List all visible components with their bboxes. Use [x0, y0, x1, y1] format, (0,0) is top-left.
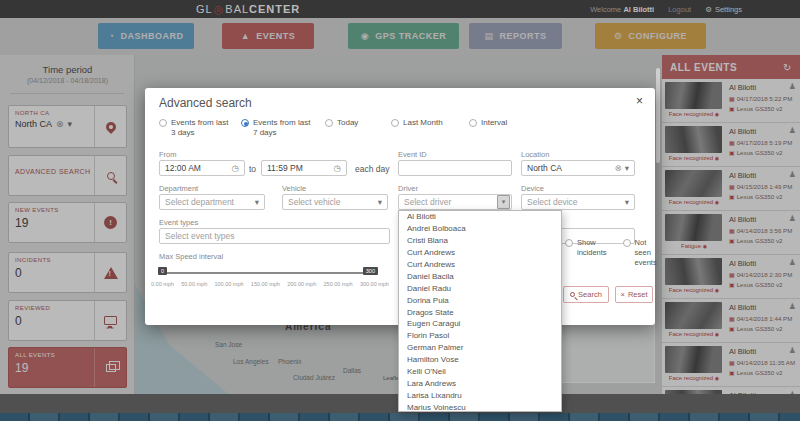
driver-option[interactable]: Dorina Puia [399, 294, 561, 306]
speed-tick-label: 100.00 mph [215, 281, 244, 287]
driver-option[interactable]: Florin Pasol [399, 330, 561, 342]
each-day-label: each day [355, 164, 390, 174]
driver-label: Driver [398, 184, 418, 193]
event-types-input[interactable]: Select event types [159, 228, 390, 244]
device-select[interactable]: Select device [521, 194, 635, 210]
vehicle-label: Vehicle [282, 184, 306, 193]
vehicle-select[interactable]: Select vehicle [282, 194, 388, 210]
driver-select-caret-button[interactable] [497, 195, 510, 209]
speed-tick-label: 150.00 mph [251, 281, 280, 287]
location-select[interactable]: North CA [521, 160, 635, 176]
driver-option[interactable]: Andrei Bolboaca [399, 223, 561, 235]
clear-icon[interactable] [615, 163, 622, 173]
driver-dropdown-list: Al BilottiAndrei BolboacaCristi BlanaCur… [398, 210, 562, 412]
driver-option[interactable]: Lara Andrews [399, 377, 561, 389]
period-radio-option[interactable]: Events from last 3 days [159, 118, 241, 139]
app-root: GL◎BALCENTER Welcome Al Bilotti Logout S… [0, 0, 800, 421]
search-icon [570, 292, 575, 297]
device-label: Device [521, 184, 544, 193]
speed-tick-label: 200.00 mph [287, 281, 316, 287]
radio-icon [623, 239, 631, 247]
chevron-down-icon [255, 197, 259, 207]
driver-option[interactable]: German Palmer [399, 342, 561, 354]
driver-option[interactable]: Daniel Radu [399, 282, 561, 294]
radio-icon [469, 119, 477, 127]
driver-option[interactable]: Marius Voinescu [399, 401, 561, 412]
events-scrollbar-thumb[interactable] [656, 68, 660, 163]
speed-tick-label: 250.00 mph [324, 281, 353, 287]
driver-option[interactable]: Cristi Blana [399, 235, 561, 247]
driver-option[interactable]: Curt Andrews [399, 247, 561, 259]
period-radio-option[interactable]: Interval [469, 118, 533, 139]
filter-radio-option[interactable]: Show incidents [565, 238, 607, 267]
chevron-down-icon [625, 163, 629, 173]
filter-radio-option[interactable]: Not seen events [623, 238, 657, 267]
driver-option[interactable]: Curt Andrews [399, 259, 561, 271]
speed-min-handle[interactable]: 0 [158, 267, 167, 275]
period-radio-option[interactable]: Last Month [391, 118, 469, 139]
period-radio-option[interactable]: Today [325, 118, 391, 139]
to-label: to [249, 164, 256, 174]
department-select[interactable]: Select department [159, 194, 265, 210]
x-icon [621, 290, 625, 299]
radio-icon [565, 239, 573, 247]
time-to-field[interactable]: 11:59 PM [261, 160, 347, 176]
speed-max-handle[interactable]: 300 [363, 267, 378, 275]
reset-button[interactable]: Reset [615, 286, 653, 303]
driver-option[interactable]: Hamilton Vose [399, 354, 561, 366]
chevron-down-icon [502, 198, 506, 206]
event-id-label: Event ID [398, 150, 427, 159]
speed-slider-track[interactable]: 0 300 [161, 272, 375, 274]
modal-title: Advanced search [159, 96, 252, 110]
clock-icon [334, 163, 341, 173]
chevron-down-icon [378, 197, 382, 207]
location-label: Location [521, 150, 549, 159]
radio-icon [325, 119, 333, 127]
max-speed-label: Max Speed interval [159, 252, 223, 261]
clock-icon [232, 163, 239, 173]
time-from-field[interactable]: 12:00 AM [159, 160, 245, 176]
driver-option[interactable]: Dragos State [399, 306, 561, 318]
from-label: From [159, 150, 177, 159]
driver-select[interactable]: Select driver [398, 194, 512, 210]
department-label: Department [159, 184, 198, 193]
driver-option[interactable]: Daniel Bacila [399, 270, 561, 282]
event-id-input[interactable] [398, 160, 512, 176]
radio-icon [391, 119, 399, 127]
chevron-down-icon [625, 197, 629, 207]
close-icon[interactable] [636, 94, 643, 108]
driver-option[interactable]: Eugen Caragui [399, 318, 561, 330]
driver-option[interactable]: Kelli O'Neil [399, 366, 561, 378]
speed-tick-label: 0.00 mph [151, 281, 174, 287]
search-button[interactable]: Search [563, 286, 609, 303]
driver-option[interactable]: Al Bilotti [399, 211, 561, 223]
driver-option[interactable]: Larisa Lixandru [399, 389, 561, 401]
period-radio-option[interactable]: Events from last 7 days [241, 118, 325, 139]
radio-icon [241, 119, 249, 127]
speed-tick-label: 50.00 mph [181, 281, 207, 287]
event-types-label: Event types [159, 218, 198, 227]
speed-tick-label: 300.00 mph [360, 281, 389, 287]
radio-icon [159, 119, 167, 127]
